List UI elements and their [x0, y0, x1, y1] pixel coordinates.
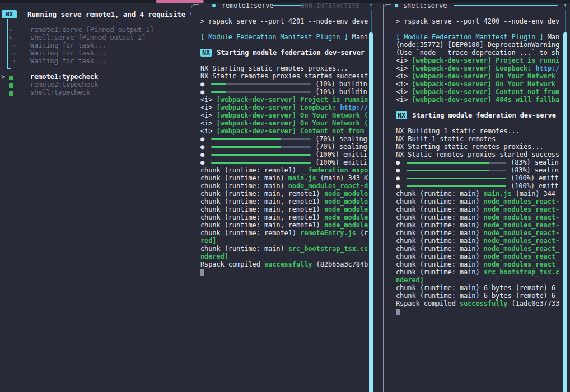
scrollbar-track[interactable]	[371, 10, 372, 32]
scrollbar-track[interactable]	[565, 10, 566, 32]
console-line: NX Starting static remotes proxies...	[396, 143, 564, 151]
console-line: <i> [webpack-dev-server] Loopback: http:…	[200, 104, 370, 111]
task-spinner-icon: ⠦	[7, 34, 30, 41]
console-text: [webpack-dev-server] On Your Network	[412, 80, 556, 88]
console-line: ndered]	[396, 276, 564, 284]
console-text: chunk (runtime: main, remote1)	[200, 198, 324, 206]
console-line: > rspack serve --port=4201 --node-env=de…	[200, 17, 370, 25]
task-row[interactable]: >remote1:typecheck	[0, 73, 191, 81]
task-row[interactable]: ·Waiting for task...	[0, 57, 191, 65]
console-text: chunk (runtime: main)	[396, 260, 484, 268]
progress-bullet-icon: ●	[200, 143, 204, 151]
progress-bar-fill	[407, 185, 506, 187]
green-square-icon	[9, 83, 13, 88]
green-square-icon	[9, 91, 13, 96]
task-label: remote1:typecheck	[30, 73, 98, 81]
task-row[interactable]: remote2:typecheck	[0, 81, 191, 88]
console-text: <i>	[396, 72, 412, 80]
console-text: [webpack-dev-server] Project is runni	[412, 57, 560, 64]
console-text: ndered]	[396, 276, 424, 284]
console-text: [webpack-dev-server] Project is runnin	[217, 96, 368, 104]
task-waiting-dot-icon: ·	[7, 49, 30, 57]
progress-bullet-icon: ●	[200, 151, 204, 158]
console-text: (1adc0e37733	[508, 300, 560, 307]
console-text: http://	[340, 104, 368, 111]
console-line: NX Starting static remotes proxies...	[200, 64, 370, 72]
task-label: remote2:typecheck	[30, 81, 98, 88]
console-line: ●(100%) emitti	[200, 151, 370, 158]
scroll-up-icon[interactable]: ↑	[563, 3, 567, 9]
selected-task-caret	[0, 88, 7, 96]
console-line: <i> [webpack-dev-server] On Your Network…	[200, 119, 370, 127]
progress-bar	[211, 138, 311, 140]
console-text: chunk (runtime: main)	[396, 221, 484, 229]
console-text: [webpack-dev-server] Content not from	[412, 88, 560, 96]
progress-bar	[211, 83, 311, 85]
console-line	[200, 41, 370, 49]
task-row[interactable]: ⠦shell:serve [Pinned output 2]	[0, 34, 191, 41]
console-text: node_modules_react-	[484, 213, 559, 221]
console-text: chunk (runtime: main, remote1)	[200, 206, 324, 213]
progress-bullet-icon: ●	[396, 182, 400, 190]
console-text: red]	[200, 237, 217, 245]
console-text: src_bootstrap_tsx.c	[484, 268, 559, 276]
progress-bullet-icon: ●	[200, 88, 204, 96]
progress-label: (100%) emitt	[511, 182, 559, 190]
console-text: (main) 344	[512, 190, 555, 198]
progress-bar	[407, 170, 506, 171]
console-line: chunk (runtime: remote1) remoteEntry.js …	[200, 229, 370, 237]
task-group: >remote1:typecheck remote2:typecheck she…	[0, 73, 191, 96]
console-line: chunk (runtime: main, remote1) node_modu…	[200, 190, 370, 198]
console-line: <i> [webpack-dev-server] On Your Network…	[200, 111, 370, 119]
console-text: node_module	[324, 213, 368, 221]
console-text: chunk (runtime: main)	[396, 198, 484, 206]
task-group: ⠦remote1:serve [Pinned output 1] ⠦shell:…	[0, 26, 191, 65]
pane-title: shell:serve	[403, 3, 447, 10]
pane-border-corner	[383, 4, 391, 13]
scroll-up-icon[interactable]: ↑	[369, 3, 373, 9]
progress-bar-fill	[211, 91, 226, 93]
console-line: > rspack serve --port=4200 --node-env=de…	[396, 17, 564, 25]
task-spinner-icon: ⠦	[7, 26, 30, 34]
console-text: chunk (runtime: main)	[396, 190, 484, 198]
task-row[interactable]: ⠦remote1:serve [Pinned output 1]	[0, 26, 191, 34]
console-text: NX Built 1 static remotes	[396, 135, 496, 143]
selected-task-caret: >	[0, 73, 7, 81]
console-text: NX Static remotes proxies started succes…	[396, 151, 559, 158]
selected-task-caret	[0, 81, 7, 88]
console-line: chunk (runtime: main) node_modules_react…	[396, 245, 564, 253]
task-row[interactable]: ·Waiting for task...	[0, 49, 191, 57]
progress-bullet-icon: ●	[200, 80, 204, 88]
console-text: http:/	[535, 64, 559, 72]
task-label: remote1:serve [Pinned output 1]	[30, 26, 154, 34]
console-text: main.js	[288, 174, 316, 182]
progress-label: (70%) sealing	[315, 143, 367, 151]
console-line	[396, 119, 564, 127]
task-success-square-icon	[7, 81, 30, 88]
console-text: node_module	[324, 206, 368, 213]
console-text: <i>	[396, 57, 412, 64]
console-text: (r	[356, 229, 368, 237]
console-text: <i>	[200, 111, 217, 119]
terminal-output: > rspack serve --port=4200 --node-env=de…	[396, 17, 564, 315]
console-line: chunk (runtime: main) 6 bytes (remote) 6	[396, 284, 564, 292]
console-line: NX Starting module federation dev-server	[200, 49, 370, 57]
console-text: remoteEntry.js	[300, 229, 356, 237]
console-text: node_modules_react-	[484, 237, 559, 245]
task-label: shell:serve [Pinned output 2]	[30, 34, 146, 41]
console-text: chunk (runtime: main)	[200, 174, 288, 182]
task-row[interactable]: shell:typecheck	[0, 88, 191, 96]
console-line	[200, 268, 370, 276]
progress-bar-fill	[407, 170, 489, 171]
console-text: chunk (runtime: main)	[396, 229, 484, 237]
console-text: [webpack-dev-server] On Your Network	[412, 72, 556, 80]
console-line: chunk (runtime: main) main.js (main) 343…	[200, 174, 370, 182]
console-line: chunk (runtime: main) node_modules_react…	[396, 221, 564, 229]
console-line: <i> [webpack-dev-server] Project is runn…	[200, 96, 370, 104]
task-row[interactable]: ·Waiting for task...	[0, 41, 191, 49]
console-text: [webpack-dev-server] 404s will fallba	[412, 96, 560, 104]
console-text: node_modules_react-	[484, 198, 559, 206]
nx-logo-badge: NX	[2, 10, 17, 18]
console-text: node_modules_react_	[484, 245, 559, 253]
running-status-icon: ●	[395, 3, 398, 8]
